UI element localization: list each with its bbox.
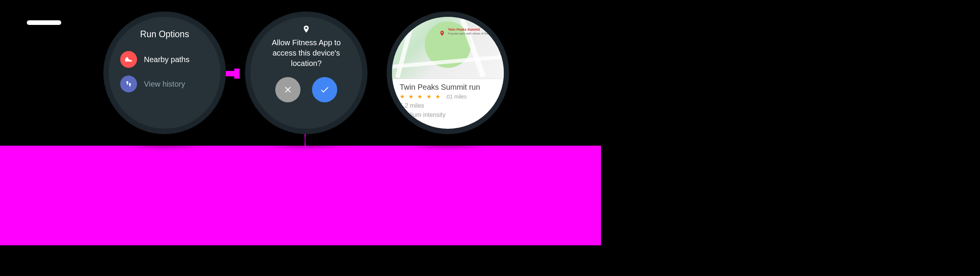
highlight-strip xyxy=(0,146,601,245)
permission-prompt: Allow Fitness App to access this device'… xyxy=(250,34,362,69)
decorative-dash xyxy=(27,20,61,25)
map-pin-icon xyxy=(439,29,445,38)
location-pin-icon xyxy=(250,24,362,34)
prompt-app-name: Fitness App xyxy=(292,38,332,47)
map-label: Twin Peaks Summit Popular park with view… xyxy=(448,28,502,36)
menu-item-view-history[interactable]: View history xyxy=(109,72,220,96)
menu-item-label: Nearby paths xyxy=(144,55,189,64)
result-title: Twin Peaks Summit run xyxy=(400,83,496,92)
footsteps-icon xyxy=(120,76,137,92)
watch-permission-dialog: Allow Fitness App to access this device'… xyxy=(245,12,368,134)
menu-item-label: View history xyxy=(144,80,185,89)
watch-map-result: Twin Peaks Summit Popular park with view… xyxy=(387,12,509,134)
prompt-text-pre: Allow xyxy=(272,38,292,47)
deny-button[interactable] xyxy=(275,77,301,102)
distance-near: .01 miles xyxy=(445,94,467,100)
watch-run-options: Run Options Nearby paths View history xyxy=(103,12,226,134)
shoe-icon xyxy=(120,51,137,68)
svg-point-0 xyxy=(126,81,128,84)
screen-title: Run Options xyxy=(109,29,220,39)
distance-total: 5.2 miles xyxy=(400,102,496,109)
svg-rect-3 xyxy=(129,85,131,87)
star-rating: ★ ★ ★ ★ ★ xyxy=(400,93,441,100)
close-icon xyxy=(283,85,293,95)
svg-rect-1 xyxy=(127,84,128,85)
intensity-label: Medium intensity xyxy=(400,112,496,118)
check-icon xyxy=(320,85,330,95)
result-card[interactable]: Twin Peaks Summit run ★ ★ ★ ★ ★ .01 mile… xyxy=(392,79,504,122)
permission-buttons xyxy=(250,77,362,102)
map-label-sub: Popular park with views of the Bay Area xyxy=(448,32,502,35)
svg-point-2 xyxy=(129,83,131,86)
menu-item-nearby-paths[interactable]: Nearby paths xyxy=(109,47,220,72)
allow-button[interactable] xyxy=(312,77,337,102)
map-view[interactable]: Twin Peaks Summit Popular park with view… xyxy=(392,17,504,79)
map-label-title: Twin Peaks Summit xyxy=(448,28,480,31)
